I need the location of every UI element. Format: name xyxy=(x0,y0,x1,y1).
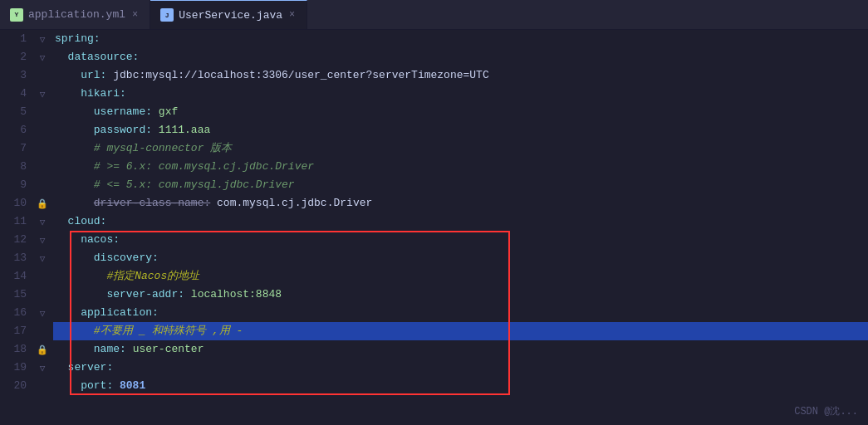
code-line-10: driver-class-name: com.mysql.cj.jdbc.Dri… xyxy=(53,194,868,212)
tab-yaml-close[interactable]: × xyxy=(130,7,140,22)
tab-java[interactable]: J UserService.java × xyxy=(150,0,307,29)
fold-10[interactable]: 🔒 xyxy=(35,194,50,212)
code-val-username: gxf xyxy=(152,103,178,121)
fold-12[interactable]: ▽ xyxy=(35,231,50,249)
fold-13[interactable]: ▽ xyxy=(35,249,50,267)
code-val-name: user-center xyxy=(126,340,204,359)
fold-20 xyxy=(35,377,50,395)
code-line-8: # >= 6.x: com.mysql.cj.jdbc.Driver xyxy=(53,158,868,176)
code-key-password: password: xyxy=(55,121,152,139)
fold-14 xyxy=(35,267,50,286)
code-line-17: #不要用 _ 和特殊符号 ,用 - xyxy=(53,322,868,340)
code-comment-5x: # <= 5.x: com.mysql.jdbc.Driver xyxy=(55,176,295,194)
code-key-name: name: xyxy=(55,340,126,359)
code-key-datasource: datasource: xyxy=(55,48,139,66)
line-num-12: 12 xyxy=(0,231,27,249)
tab-java-label: UserService.java xyxy=(179,9,282,22)
yaml-icon: Y xyxy=(10,8,23,22)
code-key-spring: spring: xyxy=(55,30,101,48)
code-key-discovery: discovery: xyxy=(55,249,159,267)
line-num-2: 2 xyxy=(0,48,27,66)
line-num-9: 9 xyxy=(0,176,27,194)
code-key-driver: driver-class-name: xyxy=(94,194,210,212)
code-comment-mysql-connector: # mysql-connector 版本 xyxy=(55,139,232,158)
code-comment-nacos-addr: #指定Nacos的地址 xyxy=(55,267,199,286)
code-line-19: server: xyxy=(53,359,868,377)
code-key-server: server: xyxy=(55,359,113,377)
fold-17 xyxy=(35,322,50,340)
code-key-url: url: xyxy=(55,66,106,85)
tab-bar: Y application.yml × J UserService.java × xyxy=(0,0,868,30)
fold-3 xyxy=(35,66,50,85)
fold-7 xyxy=(35,139,50,158)
code-key-hikari: hikari: xyxy=(55,85,126,103)
code-key-port: port: xyxy=(55,377,113,395)
fold-16[interactable]: ▽ xyxy=(35,304,50,322)
code-line-3: url: jdbc:mysql://localhost:3306/user_ce… xyxy=(53,66,868,85)
line-num-1: 1 xyxy=(0,30,27,48)
code-line-12: nacos: xyxy=(53,231,868,249)
code-val-port: 8081 xyxy=(113,377,145,395)
code-val-server-addr: localhost:8848 xyxy=(184,286,282,304)
code-val-password: 1111.aaa xyxy=(152,121,210,139)
code-comment-no-special: #不要用 _ 和特殊符号 ,用 - xyxy=(55,322,243,340)
line-num-16: 16 xyxy=(0,304,27,322)
code-line-1: spring: xyxy=(53,30,868,48)
fold-5 xyxy=(35,103,50,121)
editor-area: 1 2 3 4 5 6 7 8 9 10 11 12 13 14 15 16 1… xyxy=(0,30,868,425)
fold-9 xyxy=(35,176,50,194)
code-line-16: application: xyxy=(53,304,868,322)
line-num-3: 3 xyxy=(0,66,27,85)
fold-2[interactable]: ▽ xyxy=(35,48,50,66)
code-line-13: discovery: xyxy=(53,249,868,267)
line-num-17: 17 xyxy=(0,322,27,340)
code-line-15: server-addr: localhost:8848 xyxy=(53,286,868,304)
code-key-cloud: cloud: xyxy=(55,212,106,231)
line-num-6: 6 xyxy=(0,121,27,139)
code-key-application: application: xyxy=(55,304,159,322)
code-line-5: username: gxf xyxy=(53,103,868,121)
line-num-15: 15 xyxy=(0,286,27,304)
fold-15 xyxy=(35,286,50,304)
code-line-4: hikari: xyxy=(53,85,868,103)
line-num-11: 11 xyxy=(0,212,27,231)
code-line-18: name: user-center xyxy=(53,340,868,359)
code-key-nacos: nacos: xyxy=(55,231,120,249)
line-num-7: 7 xyxy=(0,139,27,158)
line-num-5: 5 xyxy=(0,103,27,121)
line-num-20: 20 xyxy=(0,377,27,395)
fold-8 xyxy=(35,158,50,176)
fold-18[interactable]: 🔒 xyxy=(35,340,50,359)
line-num-4: 4 xyxy=(0,85,27,103)
line-numbers: 1 2 3 4 5 6 7 8 9 10 11 12 13 14 15 16 1… xyxy=(0,30,35,425)
code-key-server-addr: server-addr: xyxy=(55,286,184,304)
fold-4[interactable]: ▽ xyxy=(35,85,50,103)
line-num-10: 10 xyxy=(0,194,27,212)
line-num-13: 13 xyxy=(0,249,27,267)
line-num-18: 18 xyxy=(0,340,27,359)
code-comment-6x: # >= 6.x: com.mysql.cj.jdbc.Driver xyxy=(55,158,314,176)
code-line-6: password: 1111.aaa xyxy=(53,121,868,139)
fold-11[interactable]: ▽ xyxy=(35,212,50,231)
code-line-2: datasource: xyxy=(53,48,868,66)
tab-yaml[interactable]: Y application.yml × xyxy=(0,0,150,29)
tab-yaml-label: application.yml xyxy=(28,8,125,21)
code-key-username: username: xyxy=(55,103,152,121)
tab-java-close[interactable]: × xyxy=(287,7,297,22)
code-val-driver: com.mysql.cj.jdbc.Driver xyxy=(210,194,372,212)
watermark: CSDN @沈... xyxy=(794,404,858,418)
code-content[interactable]: spring: datasource: url: jdbc:mysql://lo… xyxy=(50,30,868,425)
code-line-11: cloud: xyxy=(53,212,868,231)
code-line-7: # mysql-connector 版本 xyxy=(53,139,868,158)
code-line-20: port: 8081 xyxy=(53,377,868,395)
fold-1[interactable]: ▽ xyxy=(35,30,50,48)
line-num-19: 19 xyxy=(0,359,27,377)
fold-6 xyxy=(35,121,50,139)
fold-19[interactable]: ▽ xyxy=(35,359,50,377)
fold-column: ▽ ▽ ▽ 🔒 ▽ ▽ ▽ ▽ 🔒 ▽ xyxy=(35,30,50,425)
code-val-url: jdbc:mysql://localhost:3306/user_center?… xyxy=(106,66,488,85)
line-num-8: 8 xyxy=(0,158,27,176)
line-num-14: 14 xyxy=(0,267,27,286)
java-icon: J xyxy=(160,8,174,22)
code-line-14: #指定Nacos的地址 xyxy=(53,267,868,286)
